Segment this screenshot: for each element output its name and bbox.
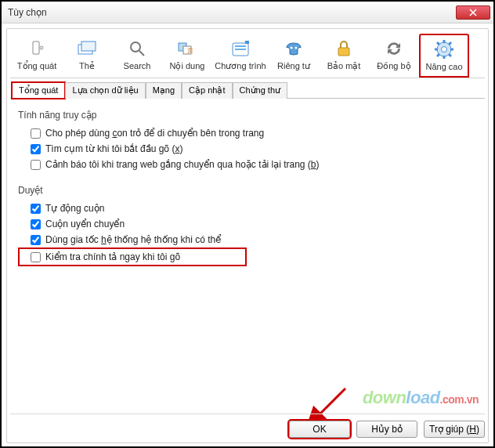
titlebar: Tùy chọn — [2, 2, 493, 23]
toolbar-security[interactable]: Bảo mật — [319, 34, 369, 78]
toolbar-label: Chương trình — [213, 61, 268, 71]
svg-line-5 — [139, 51, 144, 56]
content-icon: 页 — [175, 38, 200, 60]
svg-point-1 — [40, 46, 43, 49]
svg-rect-12 — [245, 41, 249, 44]
button-label: Trợ giúp (H) — [429, 424, 479, 435]
opt-label: Tìm cụm từ khi tôi bắt đầu gõ (x) — [45, 143, 182, 154]
tab-certificates[interactable]: Chứng thư — [233, 82, 288, 99]
checkbox[interactable] — [31, 235, 41, 245]
svg-rect-11 — [235, 49, 246, 50]
svg-line-23 — [449, 54, 451, 56]
toolbar-label: Riêng tư — [269, 61, 318, 71]
svg-line-25 — [437, 54, 439, 56]
toolbar-programs[interactable]: Chương trình — [212, 34, 269, 78]
toolbar-sync[interactable]: Đồng bộ — [369, 34, 419, 78]
svg-line-24 — [449, 42, 451, 45]
opt-cursor-browse[interactable]: Cho phép dùng con trỏ để di chuyển bên t… — [18, 125, 477, 141]
opt-hw-accel[interactable]: Dùng gia tốc hệ thống hệ thống khi có th… — [18, 232, 477, 247]
svg-rect-15 — [338, 48, 349, 56]
opt-autoscroll[interactable]: Tự động cuộn — [18, 201, 477, 216]
lock-icon — [331, 38, 356, 60]
checkbox[interactable] — [31, 128, 41, 139]
opt-spellcheck[interactable]: Kiểm tra chính tả ngay khi tôi gõ — [18, 247, 247, 266]
svg-point-17 — [442, 47, 447, 52]
opt-label: Tự động cuộn — [45, 203, 104, 214]
close-button[interactable] — [456, 5, 490, 20]
svg-point-13 — [290, 46, 292, 49]
tab-general[interactable]: Tổng quát — [12, 82, 65, 99]
toolbar-label: Search — [113, 61, 161, 70]
opt-label: Kiểm tra chính tả ngay khi tôi gõ — [45, 251, 180, 262]
svg-point-14 — [294, 46, 297, 49]
button-label: Hủy bỏ — [371, 424, 403, 435]
toolbar-tabs[interactable]: Thẻ — [62, 34, 112, 78]
ok-button[interactable]: OK — [289, 421, 350, 438]
tab-data-choices[interactable]: Lựa chọn dữ liệu — [65, 82, 145, 99]
gear-icon — [432, 38, 457, 60]
toolbar-label: Đồng bộ — [370, 61, 418, 71]
checkbox[interactable] — [31, 252, 41, 262]
toolbar-privacy[interactable]: Riêng tư — [269, 34, 319, 78]
opt-warn-redirect[interactable]: Cảnh báo tôi khi trang web gắng chuyển q… — [18, 157, 477, 172]
opt-label: Dùng gia tốc hệ thống hệ thống khi có th… — [45, 234, 221, 245]
opt-label: Cuộn uyển chuyển — [45, 219, 125, 229]
toolbar-label: Tổng quát — [13, 61, 61, 71]
svg-text:页: 页 — [187, 47, 193, 54]
toolbar-label: Nâng cao — [421, 62, 468, 71]
button-label: OK — [313, 424, 326, 435]
tab-label: Chứng thư — [240, 85, 281, 95]
group-browsing: Duyệt — [18, 185, 477, 196]
group-accessibility: Tính năng truy cập — [18, 110, 477, 121]
svg-rect-10 — [235, 45, 246, 47]
sync-icon — [381, 38, 406, 60]
tab-network[interactable]: Mạng — [146, 82, 182, 99]
svg-rect-3 — [81, 42, 96, 51]
general-icon — [24, 38, 49, 60]
checkbox[interactable] — [31, 219, 41, 229]
toolbar: Tổng quát Thẻ Search 页 Nội dung — [10, 32, 485, 78]
toolbar-label: Nội dung — [163, 61, 211, 71]
tab-label: Cập nhật — [189, 85, 225, 95]
svg-line-22 — [437, 42, 439, 45]
opt-search-typing[interactable]: Tìm cụm từ khi tôi bắt đầu gõ (x) — [18, 141, 477, 157]
tabs-icon — [74, 38, 99, 60]
opt-smooth-scroll[interactable]: Cuộn uyển chuyển — [18, 216, 477, 232]
tab-label: Tổng quát — [19, 85, 58, 95]
content-frame: Tổng quát Thẻ Search 页 Nội dung — [6, 28, 489, 443]
toolbar-advanced[interactable]: Nâng cao — [419, 34, 469, 78]
toolbar-search[interactable]: Search — [112, 34, 162, 78]
tab-update[interactable]: Cập nhật — [182, 82, 232, 99]
toolbar-content[interactable]: 页 Nội dung — [162, 34, 212, 78]
window-title: Tùy chọn — [8, 7, 47, 18]
sub-tabs: Tổng quát Lựa chọn dữ liệu Mạng Cập nhật… — [10, 81, 485, 99]
svg-point-4 — [131, 42, 140, 52]
search-icon — [125, 38, 150, 60]
checkbox[interactable] — [31, 204, 41, 214]
opt-label: Cho phép dùng con trỏ để di chuyển bên t… — [45, 128, 264, 139]
privacy-icon — [281, 38, 306, 60]
help-button[interactable]: Trợ giúp (H) — [424, 421, 485, 438]
opt-label: Cảnh báo tôi khi trang web gắng chuyển q… — [45, 159, 320, 170]
footer-buttons: OK Hủy bỏ Trợ giúp (H) — [10, 414, 485, 438]
cancel-button[interactable]: Hủy bỏ — [356, 421, 417, 438]
toolbar-general[interactable]: Tổng quát — [12, 34, 62, 78]
panel-general: Tính năng truy cập Cho phép dùng con trỏ… — [10, 99, 485, 396]
checkbox[interactable] — [31, 144, 41, 154]
tab-label: Mạng — [153, 85, 175, 95]
toolbar-label: Thẻ — [63, 61, 111, 71]
tab-label: Lựa chọn dữ liệu — [72, 85, 138, 95]
checkbox[interactable] — [31, 160, 41, 170]
programs-icon — [228, 38, 253, 60]
svg-rect-0 — [33, 42, 39, 54]
toolbar-label: Bảo mật — [320, 61, 368, 71]
